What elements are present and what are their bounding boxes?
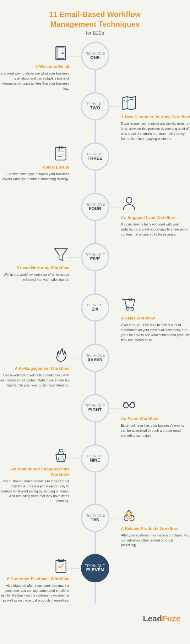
timeline: A Welcome Email is a great way to showca… <box>0 42 190 604</box>
technique-4-desc: If a customer is fairly engaged with you… <box>121 222 190 237</box>
svg-point-20 <box>130 403 135 408</box>
technique-row-4: Technique FOUR An Engaged Lead Workflow … <box>0 193 190 243</box>
center-node-6: Technique SIX <box>75 293 115 322</box>
center-node-9: Technique NINE <box>75 444 115 473</box>
technique-11-desc: Also triggered after a customer has made… <box>0 583 69 603</box>
technique-circle-8: Technique EIGHT <box>81 394 109 422</box>
technique-10-desc: After your customer has made a purchase,… <box>121 533 190 548</box>
technique-circle-11: Technique ELEVEN <box>81 554 109 582</box>
technique-2-desc: If you haven't yet received any activity… <box>121 121 190 141</box>
funnel-icon <box>53 246 69 263</box>
technique-row-8: Technique EIGHT An Event Workflow Either… <box>0 394 190 444</box>
svg-point-12 <box>58 149 60 151</box>
technique-row-3: Topical Emails Consider what type of top… <box>0 142 190 193</box>
technique-circle-4: Technique FOUR <box>81 193 109 221</box>
glasses-icon <box>121 397 137 414</box>
technique-9-desc: The customer added products to their car… <box>0 479 69 504</box>
header-number: 11 <box>49 10 58 19</box>
center-node-1: Technique ONE <box>75 42 115 70</box>
technique-1-desc: is a great way to showcase what your bus… <box>0 71 69 91</box>
branding: LeadFuze <box>0 614 190 624</box>
brand-lead: Lead <box>143 614 162 623</box>
technique-5-desc: Within this workflow, make an effort to … <box>0 272 69 282</box>
svg-point-16 <box>127 308 129 310</box>
links-icon <box>121 507 137 523</box>
header-title-text: Email-Based WorkflowManagement Technique… <box>50 10 141 28</box>
door-icon <box>53 45 69 61</box>
svg-point-13 <box>126 197 132 203</box>
center-node-3: Technique THREE <box>75 142 115 171</box>
technique-circle-10: Technique TEN <box>81 504 109 532</box>
technique-7-desc: Use a workflow to rekindle a relationshi… <box>0 373 69 388</box>
svg-point-8 <box>60 147 62 148</box>
cart-icon <box>121 297 137 313</box>
center-node-2: Technique TWO <box>75 92 115 120</box>
svg-point-19 <box>123 403 128 408</box>
left-content-1: A Welcome Email is a great way to showca… <box>0 42 75 91</box>
clipboard-icon <box>53 557 69 574</box>
technique-circle-2: Technique TWO <box>81 92 109 120</box>
technique-9-title: An Abandoned Shopping Cart Workflow <box>0 467 69 477</box>
svg-marker-3 <box>123 97 135 110</box>
technique-1-title: A Welcome Email <box>0 64 69 69</box>
basket-icon <box>53 447 69 464</box>
right-content-6: A Sales Workflow Over time, you'll be ab… <box>115 293 190 342</box>
left-content-9: An Abandoned Shopping Cart Workflow The … <box>0 444 75 504</box>
technique-3-title: Topical Emails <box>0 165 69 170</box>
technique-7-title: A Re-Engagement Workflow <box>0 366 69 371</box>
technique-3-desc: Consider what type of topics your busine… <box>0 172 69 182</box>
center-node-8: Technique EIGHT <box>75 394 115 422</box>
map-icon <box>121 95 137 112</box>
person-icon <box>121 196 137 212</box>
right-content-10: A Related Products Workflow After your c… <box>115 504 190 548</box>
center-node-5: Technique FIVE <box>75 243 115 271</box>
left-content-5: A Lead-Nurturing Workflow Within this wo… <box>0 243 75 282</box>
left-content-11: A Customer Feedback Workflow Also trigge… <box>0 554 75 603</box>
technique-circle-9: Technique NINE <box>81 444 109 473</box>
technique-circle-3: Technique THREE <box>81 142 109 171</box>
svg-line-22 <box>58 456 59 460</box>
technique-2-title: A New Customer Journey Workflow <box>121 114 190 120</box>
technique-10-title: A Related Products Workflow <box>121 526 190 531</box>
header-subtitle: for B2Bs <box>13 30 177 36</box>
svg-rect-6 <box>55 147 66 160</box>
technique-circle-5: Technique FIVE <box>81 243 109 271</box>
technique-6-desc: Over time, you'll be able to collect a l… <box>121 323 190 342</box>
right-content-4: An Engaged Lead Workflow If a customer i… <box>115 193 190 237</box>
center-node-10: Technique TEN <box>75 504 115 532</box>
technique-8-title: An Event Workflow <box>121 416 190 422</box>
left-content-3: Topical Emails Consider what type of top… <box>0 142 75 181</box>
technique-5-title: A Lead-Nurturing Workflow <box>0 265 69 271</box>
center-node-7: Technique SEVEN <box>75 344 115 372</box>
brand-fuze: Fuze <box>162 614 181 623</box>
technique-circle-1: Technique ONE <box>81 42 109 70</box>
technique-8-desc: Either online or live, your business's e… <box>121 423 190 438</box>
technique-row-5: A Lead-Nurturing Workflow Within this wo… <box>0 243 190 293</box>
technique-circle-7: Technique SEVEN <box>81 344 109 372</box>
technique-11-title: A Customer Feedback Workflow <box>0 576 69 582</box>
technique-row-10: Technique TEN A Related Products Workflo… <box>0 504 190 554</box>
technique-row-6: Technique SIX A Sales Workflow Over time… <box>0 293 190 344</box>
notepad-icon <box>53 146 69 162</box>
svg-marker-14 <box>55 249 67 261</box>
technique-4-title: An Engaged Lead Workflow <box>121 215 190 220</box>
flame-icon <box>53 347 69 363</box>
center-node-4: Technique FOUR <box>75 193 115 221</box>
header: 11 Email-Based WorkflowManagement Techni… <box>0 9 190 36</box>
right-content-8: An Event Workflow Either online or live,… <box>115 394 190 438</box>
header-title: 11 Email-Based WorkflowManagement Techni… <box>13 9 177 29</box>
technique-row-1: A Welcome Email is a great way to showca… <box>0 42 190 92</box>
technique-6-title: A Sales Workflow <box>121 316 190 321</box>
infographic: 11 Email-Based WorkflowManagement Techni… <box>0 0 190 636</box>
technique-row-2: Technique TWO A New Customer Journey Wor… <box>0 92 190 142</box>
svg-point-17 <box>131 308 133 310</box>
center-node-11: Technique ELEVEN <box>75 554 115 582</box>
technique-row-9: An Abandoned Shopping Cart Workflow The … <box>0 444 190 504</box>
left-content-7: A Re-Engagement Workflow Use a workflow … <box>0 344 75 388</box>
right-content-2: A New Customer Journey Workflow If you h… <box>115 92 190 141</box>
svg-point-2 <box>62 53 64 54</box>
technique-circle-6: Technique SIX <box>81 293 109 322</box>
technique-row-7: A Re-Engagement Workflow Use a workflow … <box>0 344 190 394</box>
svg-line-23 <box>63 456 63 460</box>
technique-row-11: A Customer Feedback Workflow Also trigge… <box>0 554 190 604</box>
